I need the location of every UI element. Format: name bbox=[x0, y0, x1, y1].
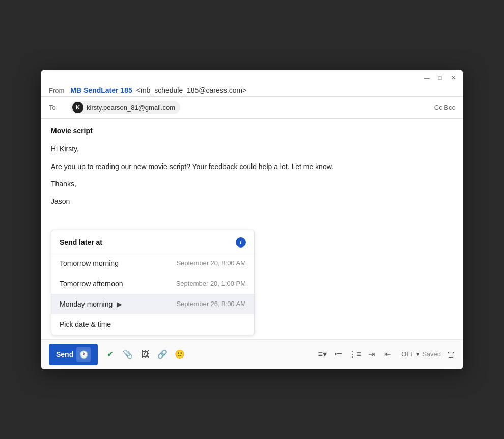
chevron-down-icon: ▾ bbox=[416, 350, 420, 358]
unordered-list-button[interactable]: ⋮≡ bbox=[347, 347, 362, 362]
option-tomorrow-morning[interactable]: Tomorrow morning September 20, 8:00 AM bbox=[51, 253, 254, 273]
toolbar: Send 🕐 ✔ 📎 🖼 🔗 🙂 ≡▾ ≔ ⋮≡ bbox=[41, 339, 463, 369]
cursor-indicator: ▶ bbox=[117, 300, 122, 308]
option-label-1: Tomorrow afternoon bbox=[60, 280, 123, 288]
format-group: ≡▾ ≔ ⋮≡ ⇥ ⇤ bbox=[315, 347, 395, 362]
cc-bcc-button[interactable]: Cc Bcc bbox=[434, 104, 455, 112]
link-button[interactable]: 🔗 bbox=[155, 347, 170, 362]
attachment-button[interactable]: 📎 bbox=[120, 347, 135, 362]
indent-icon: ⇥ bbox=[368, 349, 375, 359]
from-label: From bbox=[49, 87, 64, 94]
greeting: Hi Kirsty, bbox=[51, 143, 453, 154]
close-button[interactable]: ✕ bbox=[449, 74, 457, 82]
image-icon: 🖼 bbox=[141, 350, 149, 359]
from-row: From MB SendLater 185 <mb_schedule_185@c… bbox=[41, 82, 463, 97]
recipient-email: kirsty.pearson_81@gmail.com bbox=[87, 104, 175, 112]
saved-text: Saved bbox=[422, 350, 441, 358]
option-tomorrow-afternoon[interactable]: Tomorrow afternoon September 20, 1:00 PM bbox=[51, 273, 254, 294]
trash-icon[interactable]: 🗑 bbox=[447, 350, 455, 359]
image-button[interactable]: 🖼 bbox=[137, 347, 153, 362]
option-time-2: September 26, 8:00 AM bbox=[176, 300, 246, 308]
link-icon: 🔗 bbox=[157, 349, 167, 359]
off-toggle[interactable]: OFF ▾ bbox=[401, 350, 420, 358]
align-button[interactable]: ≡▾ bbox=[315, 347, 330, 362]
body-paragraph: Are you up to reading our new movie scri… bbox=[51, 161, 453, 172]
title-bar: — □ ✕ bbox=[41, 70, 463, 82]
info-icon[interactable]: i bbox=[236, 237, 246, 248]
sender-email: <mb_schedule_185@caress.com> bbox=[136, 86, 247, 94]
recipient-chip[interactable]: K kirsty.pearson_81@gmail.com bbox=[70, 101, 180, 114]
indent-button[interactable]: ⇥ bbox=[363, 347, 379, 362]
to-label: To bbox=[49, 104, 64, 112]
clock-icon: 🕐 bbox=[76, 347, 91, 362]
option-pick-date[interactable]: Pick date & time bbox=[51, 314, 254, 335]
option-time-0: September 20, 8:00 AM bbox=[176, 259, 246, 267]
avatar: K bbox=[72, 102, 83, 113]
send-later-popup: Send later at i Tomorrow morning Septemb… bbox=[51, 230, 255, 335]
maximize-button[interactable]: □ bbox=[436, 74, 444, 82]
option-label-3: Pick date & time bbox=[60, 320, 111, 328]
option-monday-morning[interactable]: Monday morning ▶ September 26, 8:00 AM bbox=[51, 294, 254, 314]
check-icon: ✔ bbox=[107, 349, 114, 359]
check-button[interactable]: ✔ bbox=[102, 346, 118, 363]
closing: Thanks, bbox=[51, 178, 453, 189]
subject-line[interactable]: Movie script bbox=[51, 127, 453, 135]
outdent-icon: ⇤ bbox=[384, 349, 391, 359]
sender-name: MB SendLater 185 bbox=[70, 86, 132, 94]
emoji-icon: 🙂 bbox=[175, 349, 185, 359]
outdent-button[interactable]: ⇤ bbox=[380, 347, 395, 362]
option-label-2: Monday morning ▶ bbox=[60, 300, 122, 308]
to-row: To K kirsty.pearson_81@gmail.com Cc Bcc bbox=[41, 97, 463, 119]
emoji-button[interactable]: 🙂 bbox=[172, 347, 187, 362]
minimize-button[interactable]: — bbox=[423, 74, 431, 82]
send-later-title: Send later at bbox=[60, 238, 102, 246]
compose-window: — □ ✕ From MB SendLater 185 <mb_schedule… bbox=[41, 70, 463, 369]
align-icon: ≡▾ bbox=[318, 349, 326, 359]
send-label: Send bbox=[56, 350, 73, 359]
email-body: Movie script Hi Kirsty, Are you up to re… bbox=[41, 119, 463, 222]
option-label-0: Tomorrow morning bbox=[60, 259, 119, 267]
off-label: OFF bbox=[401, 350, 414, 358]
signature: Jason bbox=[51, 196, 453, 207]
ordered-list-icon: ≔ bbox=[334, 349, 343, 359]
ordered-list-button[interactable]: ≔ bbox=[331, 347, 346, 362]
send-button[interactable]: Send 🕐 bbox=[49, 344, 98, 365]
body-text[interactable]: Hi Kirsty, Are you up to reading our new… bbox=[51, 143, 453, 207]
unordered-list-icon: ⋮≡ bbox=[348, 349, 361, 359]
paperclip-icon: 📎 bbox=[123, 349, 133, 359]
option-time-1: September 20, 1:00 PM bbox=[176, 280, 246, 287]
send-later-header: Send later at i bbox=[51, 230, 254, 253]
